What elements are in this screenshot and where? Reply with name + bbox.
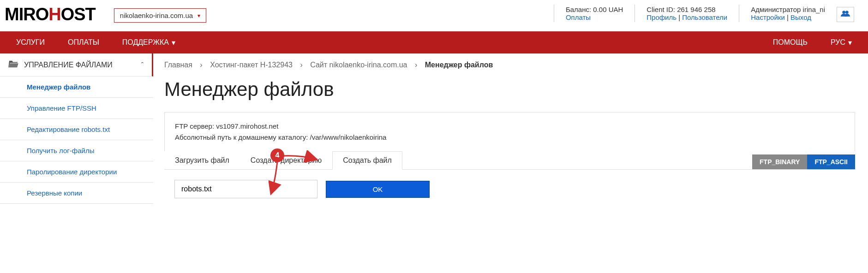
domain-label: nikolaenko-irina.com.ua [120,12,193,19]
logo-text-1: MIRO [5,5,48,24]
folder-open-icon [8,60,18,70]
sidebar-header[interactable]: УПРАВЛЕНИЕ ФАЙЛАМИ ˆ [0,53,153,77]
chevron-down-icon: ▾ [198,12,200,19]
chevron-right-icon: › [415,61,417,69]
nav-payments[interactable]: ОПЛАТЫ [56,38,111,47]
sidebar-item-robots[interactable]: Редактирование robots.txt [0,119,153,140]
ftp-ascii-button[interactable]: FTP_ASCII [807,154,855,169]
ok-button[interactable]: OK [326,181,430,198]
sidebar-item-file-manager[interactable]: Менеджер файлов [0,77,153,98]
nav-lang[interactable]: РУС ▾ [819,38,863,47]
tab-create-file[interactable]: Создать файл [332,151,402,170]
chevron-down-icon: ▾ [172,38,175,47]
main-area: УПРАВЛЕНИЕ ФАЙЛАМИ ˆ Менеджер файлов Упр… [0,53,868,218]
navbar: УСЛУГИ ОПЛАТЫ ПОДДЕРЖКА ▾ ПОМОЩЬ РУС ▾ [0,31,868,53]
create-file-form: OK [164,170,855,208]
sidebar-item-logs[interactable]: Получить лог-файлы [0,140,153,161]
page-title: Менеджер файлов [164,78,855,101]
ftp-buttons: FTP_BINARY FTP_ASCII [752,154,855,169]
header-right: Баланс: 0.00 UAH Оплаты Client ID: 261 9… [554,5,863,22]
client-id-label: Client ID: 261 946 258 [647,6,727,13]
breadcrumb-home[interactable]: Главная [164,61,192,69]
svg-point-1 [845,11,849,14]
chevron-right-icon: › [200,61,202,69]
chevron-down-icon: ▾ [848,38,852,47]
separator: | [787,13,790,21]
breadcrumb: Главная › Хостинг-пакет H-132943 › Сайт … [164,61,855,69]
logo[interactable]: MIROHOST [5,5,96,24]
nav-help[interactable]: ПОМОЩЬ [761,38,819,47]
header: MIROHOST nikolaenko-irina.com.ua ▾ Балан… [0,0,868,24]
ftp-server-label: FTP сервер: vs1097.mirohost.net [175,121,844,132]
tabs-row: Загрузить файл Создать директорию Создат… [164,151,855,170]
payments-link[interactable]: Оплаты [566,13,591,21]
sidebar-item-ftp-ssh[interactable]: Управление FTP/SSH [0,98,153,119]
breadcrumb-hosting[interactable]: Хостинг-пакет H-132943 [210,61,293,69]
sidebar-item-backups[interactable]: Резервные копии [0,183,153,204]
tab-upload-file[interactable]: Загрузить файл [164,151,240,169]
tab-create-directory[interactable]: Создать директорию [240,151,332,169]
logo-text-3: OST [61,5,96,24]
chevron-right-icon: › [300,61,302,69]
logo-text-2: H [48,5,60,24]
logout-link[interactable]: Выход [790,13,811,21]
balance-label: Баланс: 0.00 UAH [566,6,623,13]
profile-link[interactable]: Профиль [647,13,676,21]
admin-block: Администратор irina_ni Настройки | Выход [739,5,837,22]
domain-dropdown[interactable]: nikolaenko-irina.com.ua ▾ [114,8,206,23]
settings-link[interactable]: Настройки [751,13,785,21]
chevron-up-icon: ˆ [141,61,144,69]
sidebar-item-password-dir[interactable]: Паролирование директории [0,161,153,183]
abs-path-label: Абсолютный путь к домашнему каталогу: /v… [175,132,844,143]
breadcrumb-site[interactable]: Сайт nikolaenko-irina.com.ua [310,61,407,69]
sidebar-title: УПРАВЛЕНИЕ ФАЙЛАМИ [24,61,141,69]
filename-input[interactable] [174,180,317,198]
nav-services[interactable]: УСЛУГИ [5,38,56,47]
nav-support[interactable]: ПОДДЕРЖКА ▾ [111,38,187,47]
users-icon[interactable] [837,7,854,22]
sidebar: УПРАВЛЕНИЕ ФАЙЛАМИ ˆ Менеджер файлов Упр… [0,53,153,218]
balance-block: Баланс: 0.00 UAH Оплаты [554,5,635,22]
client-block: Client ID: 261 946 258 Профиль | Пользов… [635,5,739,22]
breadcrumb-current: Менеджер файлов [425,61,493,69]
users-link[interactable]: Пользователи [682,13,727,21]
admin-label: Администратор irina_ni [751,6,825,13]
content: Главная › Хостинг-пакет H-132943 › Сайт … [153,53,868,218]
svg-point-0 [842,11,845,14]
info-box: FTP сервер: vs1097.mirohost.net Абсолютн… [164,112,855,151]
ftp-binary-button[interactable]: FTP_BINARY [752,154,807,169]
